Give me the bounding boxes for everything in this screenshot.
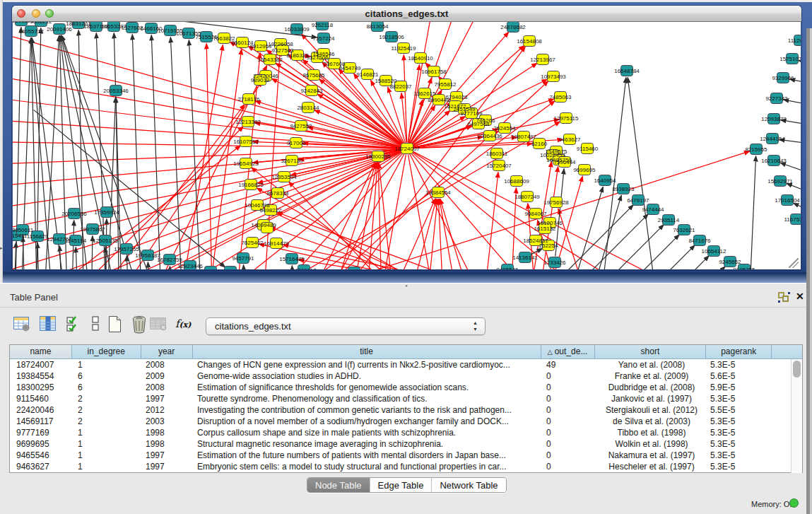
cell-name[interactable]: 18724007 [10,359,72,370]
cell-name[interactable]: 19384554 [10,370,72,382]
cell-in_degree[interactable]: 1 [72,438,141,450]
cell-title[interactable]: Estimation of significance thresholds fo… [193,382,542,393]
graph-edge[interactable] [582,195,621,269]
cell-short[interactable]: Tibbo et al. (1998) [596,427,707,438]
column-header-title[interactable]: title [193,345,541,359]
table-row[interactable]: 946362711997Embryonic stem cells: a mode… [10,461,802,472]
cell-out_de[interactable]: 0 [542,461,596,472]
table-row[interactable]: 1830029562008Estimation of significance … [10,382,802,393]
cell-year[interactable]: 1998 [141,438,193,450]
column-header-year[interactable]: year [141,345,193,359]
select-all-icon[interactable] [64,315,83,336]
scrollbar-thumb[interactable] [793,361,801,378]
graph-edge[interactable] [170,37,182,270]
graph-edge[interactable] [288,81,548,270]
cell-short[interactable]: Franke et al. (2009) [596,370,707,382]
table-row[interactable]: 1872400712008Changes of HCN gene express… [10,359,802,370]
cell-name[interactable]: 22420046 [10,404,72,416]
cell-in_degree[interactable]: 1 [72,359,141,370]
cell-out_de[interactable]: 49 [542,359,596,370]
close-panel-icon[interactable]: ✕ [796,291,804,302]
graph-edge[interactable] [598,256,709,269]
cell-short[interactable]: de Silva et al. (2003) [596,416,707,427]
cell-pagerank[interactable]: 5.3E-5 [707,438,773,450]
graph-edge[interactable] [61,35,161,269]
cell-title[interactable]: Embryonic stem cells: a model to study s… [193,461,542,472]
cell-year[interactable]: 2008 [141,359,193,370]
table-vertical-scrollbar[interactable] [791,359,802,473]
cell-name[interactable]: 18300295 [10,382,72,393]
cell-pagerank[interactable]: 5.3E-5 [707,427,773,438]
graph-edge[interactable] [307,163,375,269]
cell-in_degree[interactable]: 6 [72,370,141,382]
unselect-all-icon[interactable] [86,315,105,336]
graph-edge[interactable] [76,247,78,270]
cell-out_de[interactable]: 0 [542,370,596,382]
cell-year[interactable]: 1997 [141,393,193,404]
cell-short[interactable]: Dudbridge et al. (2008) [596,382,707,393]
cell-title[interactable]: Tourette syndrome. Phenomenology and cla… [193,393,542,404]
cell-in_degree[interactable]: 2 [72,393,141,404]
cell-in_degree[interactable]: 6 [72,382,141,393]
column-header-in_degree[interactable]: in_degree [72,345,141,359]
cell-name[interactable]: 9699695 [10,438,72,450]
table-row[interactable]: 2242004622012Investigating the contribut… [10,404,802,416]
graph-edge[interactable] [794,203,801,215]
function-builder-icon[interactable]: f(x) [175,317,195,339]
delete-table-icon[interactable] [129,315,149,336]
cell-year[interactable]: 1998 [141,427,193,438]
table-row[interactable]: 977716911998Corpus callosum shape and si… [10,427,802,438]
network-view-canvas[interactable]: 2050113614055712988621220091406188312611… [13,22,801,269]
column-header-out_de[interactable]: △out_de... [541,345,595,359]
cell-out_de[interactable]: 0 [542,393,596,404]
cell-name[interactable]: 9465546 [10,450,72,461]
graph-edge[interactable] [564,187,603,269]
cell-title[interactable]: Investigating the contribution of common… [193,404,542,416]
cell-pagerank[interactable]: 5.5E-5 [707,404,773,416]
table-row[interactable]: 911546021997Tourette syndrome. Phenomeno… [10,393,802,404]
cell-short[interactable]: Wolkin et al. (1998) [596,438,707,450]
window-titlebar[interactable]: citations_edges.txt [12,6,801,22]
tab-network-table[interactable]: Network Table [431,478,505,493]
cell-short[interactable]: Yano et al. (2008) [596,359,707,370]
cell-in_degree[interactable]: 1 [72,450,141,461]
cell-in_degree[interactable]: 1 [72,427,141,438]
cell-year[interactable]: 1997 [141,450,193,461]
cell-year[interactable]: 2012 [141,404,193,416]
graph-edge[interactable] [37,243,40,270]
cell-short[interactable]: Stergiakouli et al. (2012) [596,404,707,416]
cell-in_degree[interactable]: 2 [72,404,141,416]
tab-edge-table[interactable]: Edge Table [370,478,432,493]
cell-title[interactable]: Estimation of the future numbers of pati… [193,450,542,461]
cell-year[interactable]: 2003 [141,416,193,427]
table-select-combo[interactable]: citations_edges.txt ▲▼ [206,317,486,335]
cell-out_de[interactable]: 0 [542,438,596,450]
graph-edge[interactable] [206,49,242,269]
window-resize-grip[interactable] [789,258,799,268]
table-row[interactable]: 969969511998Structural magnetic resonanc… [10,438,802,450]
cell-short[interactable]: Jankovic et al. (1997) [596,393,707,404]
graph-edge[interactable] [270,227,546,269]
cell-pagerank[interactable]: 5.9E-5 [707,382,773,393]
cell-pagerank[interactable]: 5.3E-5 [707,359,773,370]
graph-edge[interactable] [614,267,725,269]
cell-year[interactable]: 2009 [141,370,193,382]
cell-title[interactable]: Corpus callosum shape and size in male p… [193,427,542,438]
cell-pagerank[interactable]: 5.6E-5 [707,370,773,382]
table-row[interactable]: 946554611997Estimation of the future num… [10,450,802,461]
cell-pagerank[interactable]: 5.3E-5 [707,461,773,472]
show-column-settings-icon[interactable] [11,315,31,336]
graph-edge[interactable] [748,156,755,270]
cell-short[interactable]: Hescheler et al. (1997) [596,461,707,472]
cell-name[interactable]: 9463627 [10,461,72,472]
table-row[interactable]: 1938455462009Genome-wide association stu… [10,370,802,382]
graph-edge[interactable] [787,183,801,196]
cell-short[interactable]: Nakamura et al. (1997) [596,450,707,461]
cell-out_de[interactable]: 0 [542,416,596,427]
cell-title[interactable]: Genome-wide association studies in ADHD. [193,370,542,382]
cell-out_de[interactable]: 0 [542,427,596,438]
table-row[interactable]: 1456911722003Disruption of a novel membe… [10,416,802,427]
graph-edge[interactable] [244,265,247,270]
cell-name[interactable]: 14569117 [10,416,72,427]
float-panel-icon[interactable] [778,292,792,303]
